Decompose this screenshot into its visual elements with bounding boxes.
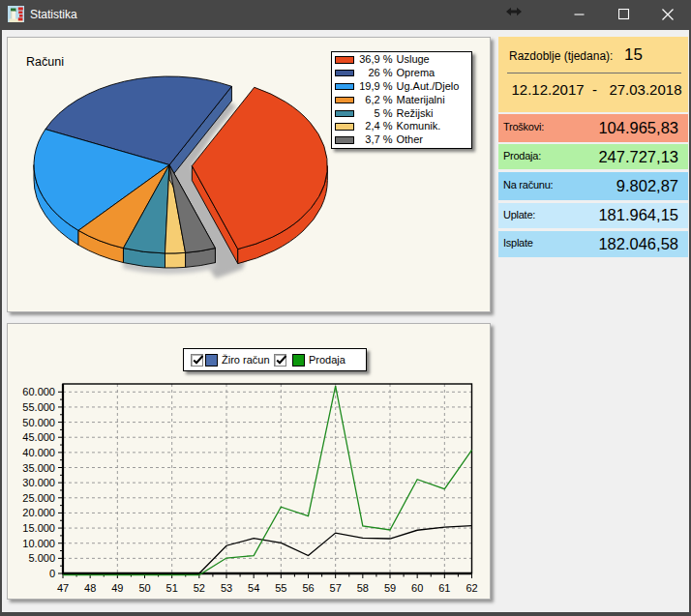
svg-text:40.000: 40.000 [22,447,55,458]
svg-text:60: 60 [411,582,423,594]
svg-text:49: 49 [111,582,123,594]
svg-text:62: 62 [466,582,477,594]
svg-text:35.000: 35.000 [22,462,55,474]
svg-text:50.000: 50.000 [22,417,55,428]
svg-text:47: 47 [57,582,69,594]
svg-text:58: 58 [357,582,369,594]
svg-text:10.000: 10.000 [22,538,55,549]
svg-text:52: 52 [194,582,205,594]
svg-text:48: 48 [84,582,96,594]
svg-text:55: 55 [275,582,286,594]
svg-text:54: 54 [248,582,259,594]
svg-text:45.000: 45.000 [22,431,55,443]
svg-text:55.000: 55.000 [22,401,55,413]
svg-text:0: 0 [49,568,55,579]
svg-text:15.000: 15.000 [22,522,55,534]
svg-text:53: 53 [221,582,232,594]
svg-text:5.000: 5.000 [28,552,55,564]
svg-text:57: 57 [330,582,342,594]
svg-text:20.000: 20.000 [22,507,55,518]
svg-text:50: 50 [138,582,150,594]
svg-text:59: 59 [384,582,396,594]
svg-text:56: 56 [302,582,314,594]
svg-text:25.000: 25.000 [22,492,55,504]
svg-text:51: 51 [166,582,178,594]
svg-text:30.000: 30.000 [22,477,55,488]
svg-text:60.000: 60.000 [22,386,55,397]
svg-text:61: 61 [438,582,450,594]
